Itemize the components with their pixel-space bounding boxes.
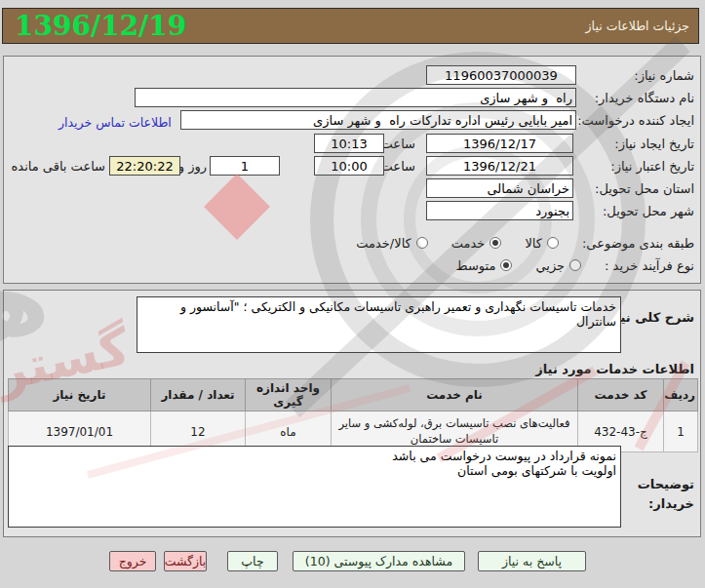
create-date-field[interactable] [426, 134, 573, 153]
buyer-contact-link[interactable]: اطلاعات تماس خریدار [59, 115, 172, 130]
view-attachments-button[interactable]: مشاهده مدارک پیوستی (10) [293, 551, 465, 571]
province-field[interactable] [426, 178, 573, 198]
exit-button[interactable]: خروج [109, 551, 156, 571]
description-textarea[interactable]: خدمات تاسیسات نگهداری و تعمیر راهبری تاس… [137, 296, 621, 353]
radio-option-label: کالا [525, 236, 542, 251]
need-details-window: جزئیات اطلاعات نیاز 1396/12/19 شماره نیا… [0, 0, 705, 588]
buyer-org-label: نام دستگاه خریدار: [595, 91, 694, 105]
process-type-label: نوع فرآیند خرید : [605, 258, 694, 273]
page-title: جزئیات اطلاعات نیاز [586, 19, 689, 33]
cell-row-number: 1 [664, 412, 698, 452]
col-quantity: تعداد / مقدار [151, 379, 246, 412]
col-unit: واحد اندازه گیری [246, 379, 332, 412]
print-button[interactable]: چاپ [227, 551, 278, 571]
back-button[interactable]: بازگشت [164, 551, 207, 571]
remaining-label: ساعت باقی مانده [12, 159, 105, 174]
days-label: روز و [178, 159, 207, 174]
buyer-org-field[interactable] [135, 88, 576, 107]
category-radio-row: طبقه بندی موضوعی: کالا خدمت کالا/خدمت [356, 235, 694, 251]
buyer-notes-label: توضیحات خریدار: [632, 475, 694, 513]
radio-option-goods-service[interactable]: کالا/خدمت [356, 236, 428, 251]
col-row-number: ردیف [664, 379, 698, 412]
expire-date-field[interactable] [426, 156, 573, 176]
need-number-label: شماره نیاز: [634, 68, 694, 83]
title-bar: جزئیات اطلاعات نیاز 1396/12/19 [2, 8, 699, 44]
need-number-field[interactable] [426, 65, 576, 85]
services-section-title: اطلاعات خدمات مورد نیاز [535, 362, 694, 376]
radio-option-minor[interactable]: جزیي [535, 258, 581, 273]
create-time-label: ساعت [381, 137, 415, 151]
process-type-radio-row: نوع فرآیند خرید : جزیي متوسط [456, 257, 694, 273]
radio-option-medium[interactable]: متوسط [456, 258, 513, 273]
radio-option-label: خدمت [451, 236, 486, 251]
radio-icon[interactable] [500, 259, 512, 271]
expire-time-field[interactable] [314, 156, 384, 176]
expire-date-label: تاریخ اعتبار نیاز: [610, 159, 694, 174]
city-field[interactable] [426, 201, 573, 220]
current-date: 1396/12/19 [15, 10, 186, 42]
radio-icon[interactable] [490, 237, 501, 249]
radio-option-label: متوسط [456, 258, 496, 273]
radio-option-service[interactable]: خدمت [451, 236, 502, 251]
buyer-notes-textarea[interactable]: نمونه قرارداد در پیوست درخواست می باشد ا… [8, 446, 621, 528]
days-left-field[interactable] [210, 156, 280, 176]
radio-option-label: جزیي [535, 258, 565, 273]
radio-icon[interactable] [547, 237, 559, 249]
radio-option-label: کالا/خدمت [356, 236, 411, 251]
category-label: طبقه بندی موضوعی: [582, 236, 694, 251]
radio-icon[interactable] [569, 259, 581, 271]
province-label: استان محل تحویل: [595, 181, 694, 196]
col-need-date: تاریخ نیاز [9, 379, 151, 412]
create-date-label: تاریخ ایجاد نیاز: [614, 137, 694, 151]
requester-label: ایجاد کننده درخواست: [577, 113, 694, 128]
requester-field[interactable] [180, 110, 576, 130]
col-service-code: کد خدمت [578, 379, 664, 412]
services-table-header: ردیف کد خدمت نام خدمت واحد اندازه گیری ت… [9, 379, 698, 412]
create-time-field[interactable] [314, 134, 384, 153]
respond-to-need-button[interactable]: پاسخ به نیاز [478, 551, 586, 571]
expire-time-label: ساعت [381, 159, 415, 174]
services-table: ردیف کد خدمت نام خدمت واحد اندازه گیری ت… [8, 378, 698, 452]
city-label: شهر محل تحویل: [603, 204, 694, 218]
radio-icon[interactable] [416, 237, 428, 249]
radio-option-goods[interactable]: کالا [525, 236, 559, 251]
col-service-name: نام خدمت [332, 379, 578, 412]
countdown-field[interactable] [109, 156, 180, 176]
